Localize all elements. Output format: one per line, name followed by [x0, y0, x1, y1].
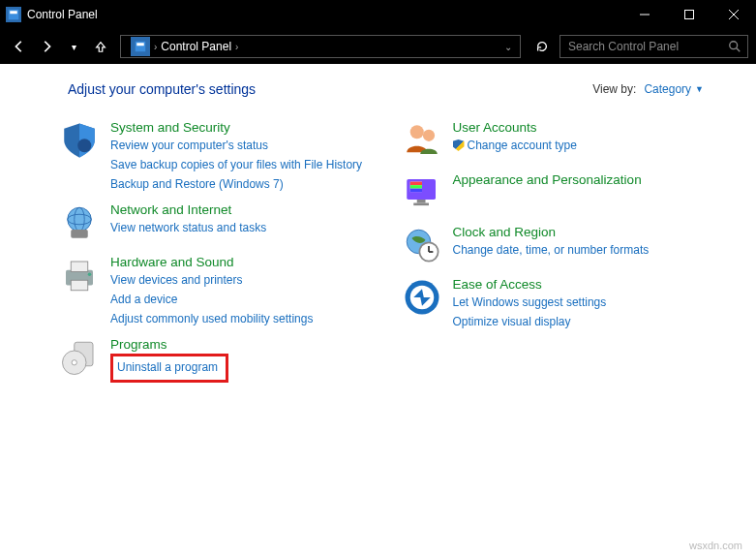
search-input[interactable]	[566, 39, 721, 54]
forward-button[interactable]	[35, 35, 58, 58]
svg-point-10	[77, 139, 91, 152]
svg-point-22	[409, 125, 423, 139]
task-link[interactable]: Change account type	[453, 137, 577, 154]
svg-rect-30	[413, 203, 429, 206]
address-dropdown[interactable]: ⌄	[497, 42, 520, 52]
svg-rect-26	[409, 182, 421, 186]
category-hardware-sound: Hardware and Sound View devices and prin…	[58, 255, 391, 327]
disc-icon	[58, 337, 101, 380]
svg-rect-3	[685, 11, 694, 19]
breadcrumb-root[interactable]: Control Panel	[161, 40, 231, 53]
refresh-button[interactable]	[529, 40, 556, 53]
task-link-uninstall[interactable]: Uninstall a program	[117, 360, 218, 374]
recent-locations-button[interactable]: ▾	[62, 35, 85, 58]
category-appearance-personalization: Appearance and Personalization	[401, 172, 734, 215]
globe-icon	[58, 202, 101, 245]
category-clock-region: Clock and Region Change date, time, or n…	[401, 225, 734, 267]
monitor-icon	[401, 172, 443, 215]
category-link[interactable]: Network and Internet	[110, 202, 266, 217]
clock-globe-icon	[401, 225, 443, 267]
svg-rect-14	[71, 230, 88, 238]
back-button[interactable]	[8, 35, 31, 58]
category-link[interactable]: User Accounts	[453, 120, 577, 135]
close-button[interactable]	[711, 0, 756, 29]
svg-line-9	[737, 48, 741, 52]
category-ease-of-access: Ease of Access Let Windows suggest setti…	[401, 277, 734, 330]
ease-access-icon	[401, 277, 443, 320]
task-link[interactable]: Save backup copies of your files with Fi…	[110, 156, 362, 173]
maximize-button[interactable]	[667, 0, 711, 29]
highlight-box: Uninstall a program	[110, 354, 228, 383]
minimize-button[interactable]	[622, 0, 667, 29]
category-programs: Programs Uninstall a program	[58, 337, 391, 383]
category-system-security: System and Security Review your computer…	[58, 120, 391, 193]
content-area: Adjust your computer's settings View by:…	[0, 64, 756, 557]
task-link[interactable]: Adjust commonly used mobility settings	[110, 310, 313, 327]
svg-point-11	[68, 207, 92, 232]
category-link[interactable]: System and Security	[110, 120, 362, 135]
task-link[interactable]: View devices and printers	[110, 271, 313, 289]
task-link[interactable]: View network status and tasks	[110, 219, 266, 236]
task-link[interactable]: Review your computer's status	[110, 137, 362, 154]
printer-icon	[58, 255, 101, 297]
chevron-icon: ›	[235, 42, 238, 52]
category-link[interactable]: Programs	[110, 337, 228, 352]
svg-point-23	[422, 130, 434, 141]
svg-rect-16	[71, 262, 88, 272]
people-icon	[401, 120, 443, 163]
watermark: wsxdn.com	[689, 540, 742, 551]
viewby-label: View by:	[592, 82, 636, 96]
svg-point-18	[88, 272, 92, 276]
up-button[interactable]	[89, 35, 112, 58]
task-link[interactable]: Backup and Restore (Windows 7)	[110, 175, 362, 193]
svg-rect-27	[409, 185, 421, 189]
svg-rect-7	[136, 43, 144, 46]
navbar: ▾ › Control Panel › ⌄	[0, 29, 756, 64]
shield-icon	[58, 120, 101, 163]
category-link[interactable]: Clock and Region	[453, 225, 650, 239]
category-link[interactable]: Ease of Access	[453, 277, 607, 292]
task-link[interactable]: Change date, time, or number formats	[453, 241, 650, 259]
address-bar[interactable]: › Control Panel › ⌄	[120, 35, 521, 58]
svg-rect-17	[71, 280, 88, 291]
titlebar: Control Panel	[0, 0, 756, 29]
svg-point-8	[730, 42, 738, 49]
svg-point-21	[72, 360, 76, 365]
category-user-accounts: User Accounts Change account type	[401, 120, 734, 163]
window-title: Control Panel	[27, 8, 98, 21]
svg-rect-28	[409, 189, 421, 193]
chevron-icon: ›	[154, 42, 157, 52]
task-link[interactable]: Add a device	[110, 291, 313, 308]
chevron-down-icon: ▼	[695, 84, 704, 94]
task-link[interactable]: Optimize visual display	[453, 313, 607, 330]
category-link[interactable]: Appearance and Personalization	[453, 172, 642, 187]
svg-rect-1	[10, 11, 17, 14]
right-column: User Accounts Change account type Appear…	[401, 120, 734, 392]
task-link[interactable]: Let Windows suggest settings	[453, 294, 607, 311]
left-column: System and Security Review your computer…	[58, 120, 391, 392]
category-network-internet: Network and Internet View network status…	[58, 202, 391, 245]
app-icon	[6, 7, 21, 22]
category-link[interactable]: Hardware and Sound	[110, 255, 313, 269]
search-icon	[728, 40, 741, 53]
address-icon	[131, 37, 150, 56]
svg-rect-29	[416, 200, 425, 203]
page-title: Adjust your computer's settings	[68, 81, 256, 97]
viewby-dropdown[interactable]: Category ▼	[644, 82, 704, 96]
viewby: View by: Category ▼	[592, 82, 704, 96]
search-box[interactable]	[559, 35, 748, 58]
